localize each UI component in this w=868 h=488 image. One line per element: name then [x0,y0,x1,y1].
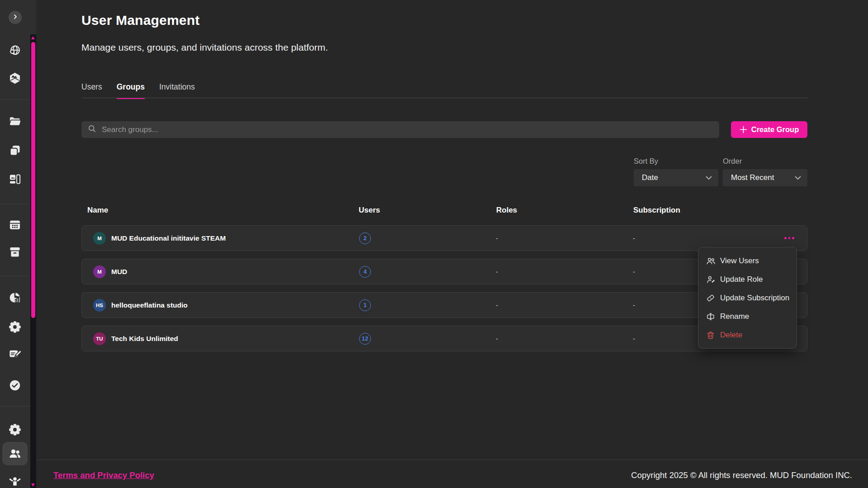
order-value: Most Recent [731,173,774,182]
tab-groups[interactable]: Groups [117,82,145,99]
sidebar-divider [0,406,30,407]
user-count-badge: 1 [359,299,371,311]
subscription-value: - [633,301,635,309]
create-group-button[interactable]: Create Group [731,121,807,138]
row-actions-ellipsis-icon[interactable] [783,234,795,242]
roles-value: - [496,268,498,275]
group-name: helloqueeflatina studio [111,301,188,309]
sidebar-item-messages[interactable] [9,348,21,360]
menu-item-update-subscription[interactable]: Update Subscription [698,289,797,307]
sidebar-item-assets[interactable] [9,72,21,85]
user-pencil-icon [706,275,715,284]
users-icon [706,256,715,265]
copy-pages-icon [9,144,21,157]
sidebar-item-analytics[interactable] [9,291,21,304]
chevron-down-icon [795,176,801,180]
analytics-pie-icon [9,291,21,304]
user-count-badge: 2 [359,232,371,244]
group-avatar: M [93,232,106,245]
page-title: User Management [81,13,199,28]
tabs-divider [81,98,807,98]
group-name: MUD Educational inititavie STEAM [111,234,226,242]
tab-users[interactable]: Users [81,82,102,99]
sidebar-item-projects[interactable] [9,144,21,157]
scrollbar-up-arrow-icon[interactable] [31,36,35,39]
ticket-icon [706,294,715,303]
sidebar-item-archive[interactable] [9,246,21,258]
app-window: User Management Manage users, groups, an… [0,0,868,488]
column-header-subscription: Subscription [633,206,680,215]
check-circle-icon [9,379,21,392]
sidebar-scrollbar[interactable] [30,34,36,488]
users-icon [9,447,21,460]
plus-icon [740,126,747,133]
message-edit-icon [9,348,21,360]
sidebar-item-user-management[interactable] [9,447,21,460]
sidebar-item-files[interactable] [9,115,21,128]
menu-item-label: Update Subscription [720,294,789,303]
sidebar-item-settings[interactable] [9,423,21,436]
gear-icon [9,321,21,333]
column-header-users: Users [359,206,380,215]
person-celebrate-icon [9,476,21,488]
sidebar [0,0,36,488]
chevron-right-icon [12,14,19,22]
user-count-badge: 4 [359,266,371,278]
sidebar-divider [0,204,30,204]
chevron-down-icon [706,176,712,180]
sidebar-item-calendar[interactable] [9,218,21,231]
sidebar-item-community[interactable] [9,476,21,488]
row-context-menu: View Users Update Role Update Subs [698,247,797,349]
sidebar-item-layouts[interactable] [9,173,21,186]
calendar-icon [9,218,21,231]
tab-bar: Users Groups Invitations [81,82,195,99]
group-avatar: HS [93,299,106,312]
create-group-label: Create Group [751,125,799,134]
subscription-value: - [633,234,635,242]
page-subtitle: Manage users, groups, and invitations ac… [81,42,328,53]
sort-by-label: Sort By [634,157,658,166]
sidebar-item-config[interactable] [9,321,21,333]
layout-devices-icon [9,173,21,186]
search-groups-input[interactable] [101,125,719,135]
menu-item-label: View Users [720,256,759,265]
column-header-roles: Roles [496,206,517,215]
order-select[interactable]: Most Recent [723,169,807,186]
folder-open-icon [9,115,21,128]
archive-box-icon [9,246,21,258]
asset-cube-icon [9,72,21,85]
scrollbar-thumb[interactable] [31,42,35,318]
search-groups-box [81,121,719,138]
terms-privacy-link[interactable]: Terms and Privacy Policy [53,470,154,480]
sidebar-item-approvals[interactable] [9,379,21,392]
menu-item-view-users[interactable]: View Users [698,251,797,270]
sort-by-select[interactable]: Date [634,169,718,186]
group-name: Tech Kids Unlimited [111,335,178,343]
user-count-badge: 12 [359,333,371,345]
menu-item-update-role[interactable]: Update Role [698,270,797,289]
sidebar-divider [0,276,30,276]
tab-invitations[interactable]: Invitations [159,82,195,99]
globe-search-icon [9,44,21,57]
subscription-value: - [633,335,635,342]
sidebar-item-explore[interactable] [9,44,21,57]
rename-icon [706,312,715,321]
scrollbar-down-arrow-icon[interactable] [31,483,35,487]
sidebar-expand-button[interactable] [9,11,22,24]
table-row[interactable]: M MUD Educational inititavie STEAM 2 - - [81,225,807,251]
column-header-name: Name [87,206,108,215]
sort-by-value: Date [642,173,658,182]
search-icon [81,124,96,135]
roles-value: - [496,234,498,242]
trash-icon [706,331,715,340]
roles-value: - [496,301,498,309]
menu-item-label: Rename [720,312,749,321]
group-avatar: M [93,265,106,278]
roles-value: - [496,335,498,342]
menu-item-rename[interactable]: Rename [698,307,797,326]
menu-item-delete[interactable]: Delete [698,326,797,344]
menu-item-label: Delete [720,331,742,340]
order-label: Order [723,157,742,166]
group-name: MUD [111,268,127,276]
gear-icon [9,423,21,436]
